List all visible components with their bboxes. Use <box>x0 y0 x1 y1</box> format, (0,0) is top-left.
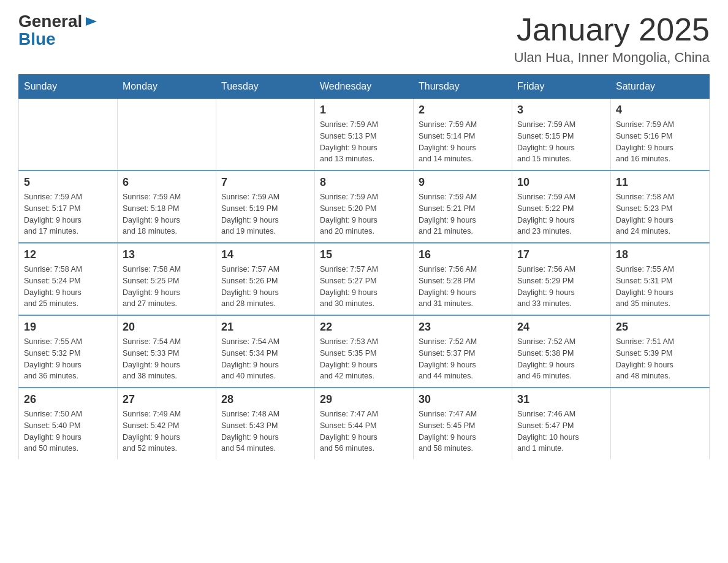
logo-blue-text: Blue <box>18 31 56 48</box>
day-info: Sunrise: 7:52 AMSunset: 5:38 PMDaylight:… <box>517 336 605 382</box>
day-info: Sunrise: 7:58 AMSunset: 5:24 PMDaylight:… <box>24 264 112 310</box>
day-number: 6 <box>123 176 211 189</box>
weekday-header-thursday: Thursday <box>414 75 512 99</box>
day-info: Sunrise: 7:59 AMSunset: 5:13 PMDaylight:… <box>320 119 408 165</box>
day-number: 1 <box>320 104 408 117</box>
day-info: Sunrise: 7:59 AMSunset: 5:16 PMDaylight:… <box>616 119 704 165</box>
calendar-cell: 11Sunrise: 7:58 AMSunset: 5:23 PMDayligh… <box>611 170 710 243</box>
day-number: 29 <box>320 393 408 406</box>
title-block: January 2025 Ulan Hua, Inner Mongolia, C… <box>514 12 710 66</box>
day-info: Sunrise: 7:59 AMSunset: 5:15 PMDaylight:… <box>517 119 605 165</box>
day-info: Sunrise: 7:52 AMSunset: 5:37 PMDaylight:… <box>419 336 507 382</box>
day-number: 27 <box>123 393 211 406</box>
day-number: 5 <box>24 176 112 189</box>
day-number: 14 <box>221 248 309 261</box>
day-number: 22 <box>320 321 408 334</box>
day-info: Sunrise: 7:57 AMSunset: 5:26 PMDaylight:… <box>221 264 309 310</box>
day-info: Sunrise: 7:46 AMSunset: 5:47 PMDaylight:… <box>517 408 605 454</box>
day-info: Sunrise: 7:59 AMSunset: 5:22 PMDaylight:… <box>517 191 605 237</box>
day-info: Sunrise: 7:59 AMSunset: 5:19 PMDaylight:… <box>221 191 309 237</box>
calendar-week-1: 1Sunrise: 7:59 AMSunset: 5:13 PMDaylight… <box>19 99 710 171</box>
day-number: 24 <box>517 321 605 334</box>
calendar-cell: 5Sunrise: 7:59 AMSunset: 5:17 PMDaylight… <box>19 170 118 243</box>
calendar-cell: 23Sunrise: 7:52 AMSunset: 5:37 PMDayligh… <box>414 315 512 388</box>
calendar-week-3: 12Sunrise: 7:58 AMSunset: 5:24 PMDayligh… <box>19 243 710 315</box>
weekday-header-saturday: Saturday <box>611 75 710 99</box>
calendar-cell: 19Sunrise: 7:55 AMSunset: 5:32 PMDayligh… <box>19 315 118 388</box>
weekday-header-row: SundayMondayTuesdayWednesdayThursdayFrid… <box>19 75 710 99</box>
calendar-cell: 12Sunrise: 7:58 AMSunset: 5:24 PMDayligh… <box>19 243 118 315</box>
day-number: 2 <box>419 104 507 117</box>
day-info: Sunrise: 7:47 AMSunset: 5:44 PMDaylight:… <box>320 408 408 454</box>
day-info: Sunrise: 7:47 AMSunset: 5:45 PMDaylight:… <box>419 408 507 454</box>
day-number: 17 <box>517 248 605 261</box>
day-info: Sunrise: 7:59 AMSunset: 5:21 PMDaylight:… <box>419 191 507 237</box>
svg-marker-0 <box>86 17 97 26</box>
calendar-cell: 7Sunrise: 7:59 AMSunset: 5:19 PMDaylight… <box>216 170 315 243</box>
calendar-cell: 16Sunrise: 7:56 AMSunset: 5:28 PMDayligh… <box>414 243 512 315</box>
calendar-cell: 24Sunrise: 7:52 AMSunset: 5:38 PMDayligh… <box>512 315 611 388</box>
page-header: General Blue January 2025 Ulan Hua, Inne… <box>18 12 710 66</box>
calendar-cell: 15Sunrise: 7:57 AMSunset: 5:27 PMDayligh… <box>315 243 414 315</box>
calendar-cell: 13Sunrise: 7:58 AMSunset: 5:25 PMDayligh… <box>118 243 216 315</box>
day-number: 18 <box>616 248 704 261</box>
calendar-cell: 26Sunrise: 7:50 AMSunset: 5:40 PMDayligh… <box>19 388 118 459</box>
day-info: Sunrise: 7:51 AMSunset: 5:39 PMDaylight:… <box>616 336 704 382</box>
day-number: 9 <box>419 176 507 189</box>
day-info: Sunrise: 7:49 AMSunset: 5:42 PMDaylight:… <box>123 408 211 454</box>
logo-arrow-icon <box>85 15 98 28</box>
day-number: 16 <box>419 248 507 261</box>
calendar-cell <box>216 99 315 171</box>
day-number: 11 <box>616 176 704 189</box>
calendar-cell: 29Sunrise: 7:47 AMSunset: 5:44 PMDayligh… <box>315 388 414 459</box>
day-number: 15 <box>320 248 408 261</box>
weekday-header-wednesday: Wednesday <box>315 75 414 99</box>
calendar-cell: 14Sunrise: 7:57 AMSunset: 5:26 PMDayligh… <box>216 243 315 315</box>
day-number: 28 <box>221 393 309 406</box>
weekday-header-tuesday: Tuesday <box>216 75 315 99</box>
day-info: Sunrise: 7:55 AMSunset: 5:31 PMDaylight:… <box>616 264 704 310</box>
calendar-cell: 8Sunrise: 7:59 AMSunset: 5:20 PMDaylight… <box>315 170 414 243</box>
day-number: 7 <box>221 176 309 189</box>
day-number: 4 <box>616 104 704 117</box>
logo: General Blue <box>18 12 98 48</box>
calendar-week-4: 19Sunrise: 7:55 AMSunset: 5:32 PMDayligh… <box>19 315 710 388</box>
logo-general-text: General <box>18 13 82 30</box>
day-info: Sunrise: 7:48 AMSunset: 5:43 PMDaylight:… <box>221 408 309 454</box>
calendar-cell: 30Sunrise: 7:47 AMSunset: 5:45 PMDayligh… <box>414 388 512 459</box>
location-text: Ulan Hua, Inner Mongolia, China <box>514 50 710 66</box>
calendar-cell: 3Sunrise: 7:59 AMSunset: 5:15 PMDaylight… <box>512 99 611 171</box>
calendar-cell: 28Sunrise: 7:48 AMSunset: 5:43 PMDayligh… <box>216 388 315 459</box>
calendar-cell: 31Sunrise: 7:46 AMSunset: 5:47 PMDayligh… <box>512 388 611 459</box>
day-number: 20 <box>123 321 211 334</box>
day-number: 13 <box>123 248 211 261</box>
day-info: Sunrise: 7:59 AMSunset: 5:17 PMDaylight:… <box>24 191 112 237</box>
calendar-cell: 20Sunrise: 7:54 AMSunset: 5:33 PMDayligh… <box>118 315 216 388</box>
day-number: 21 <box>221 321 309 334</box>
calendar-cell: 10Sunrise: 7:59 AMSunset: 5:22 PMDayligh… <box>512 170 611 243</box>
day-number: 30 <box>419 393 507 406</box>
calendar-cell: 22Sunrise: 7:53 AMSunset: 5:35 PMDayligh… <box>315 315 414 388</box>
weekday-header-monday: Monday <box>118 75 216 99</box>
day-number: 25 <box>616 321 704 334</box>
calendar-cell: 17Sunrise: 7:56 AMSunset: 5:29 PMDayligh… <box>512 243 611 315</box>
calendar-table: SundayMondayTuesdayWednesdayThursdayFrid… <box>18 74 710 459</box>
day-number: 19 <box>24 321 112 334</box>
weekday-header-friday: Friday <box>512 75 611 99</box>
calendar-cell <box>611 388 710 459</box>
calendar-cell: 27Sunrise: 7:49 AMSunset: 5:42 PMDayligh… <box>118 388 216 459</box>
calendar-cell: 9Sunrise: 7:59 AMSunset: 5:21 PMDaylight… <box>414 170 512 243</box>
day-number: 10 <box>517 176 605 189</box>
calendar-cell: 18Sunrise: 7:55 AMSunset: 5:31 PMDayligh… <box>611 243 710 315</box>
day-info: Sunrise: 7:53 AMSunset: 5:35 PMDaylight:… <box>320 336 408 382</box>
day-number: 8 <box>320 176 408 189</box>
day-info: Sunrise: 7:56 AMSunset: 5:29 PMDaylight:… <box>517 264 605 310</box>
calendar-cell: 4Sunrise: 7:59 AMSunset: 5:16 PMDaylight… <box>611 99 710 171</box>
day-number: 23 <box>419 321 507 334</box>
month-title: January 2025 <box>514 12 710 47</box>
day-info: Sunrise: 7:54 AMSunset: 5:34 PMDaylight:… <box>221 336 309 382</box>
day-info: Sunrise: 7:58 AMSunset: 5:25 PMDaylight:… <box>123 264 211 310</box>
day-number: 31 <box>517 393 605 406</box>
calendar-cell <box>118 99 216 171</box>
day-number: 12 <box>24 248 112 261</box>
